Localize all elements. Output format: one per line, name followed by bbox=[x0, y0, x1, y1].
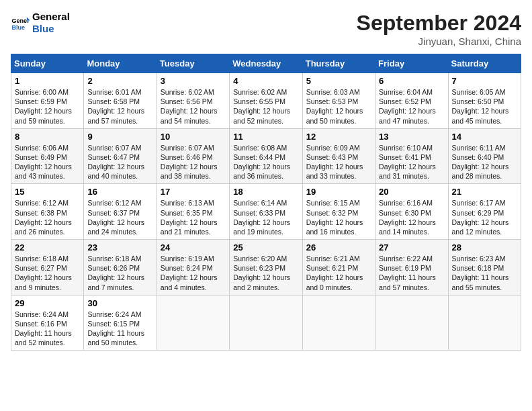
day-info: Sunrise: 6:07 AM Sunset: 6:47 PM Dayligh… bbox=[87, 143, 152, 181]
day-number: 28 bbox=[452, 242, 517, 253]
logo-icon: General Blue bbox=[11, 13, 30, 32]
day-info: Sunrise: 6:14 AM Sunset: 6:33 PM Dayligh… bbox=[233, 198, 298, 236]
day-info: Sunrise: 6:16 AM Sunset: 6:30 PM Dayligh… bbox=[379, 198, 444, 236]
calendar-day-cell: 12Sunrise: 6:09 AM Sunset: 6:43 PM Dayli… bbox=[302, 128, 375, 184]
calendar-day-cell: 6Sunrise: 6:04 AM Sunset: 6:52 PM Daylig… bbox=[375, 73, 448, 129]
day-info: Sunrise: 6:01 AM Sunset: 6:58 PM Dayligh… bbox=[87, 87, 152, 126]
day-number: 21 bbox=[452, 187, 517, 197]
calendar-day-cell: 24Sunrise: 6:19 AM Sunset: 6:24 PM Dayli… bbox=[157, 240, 229, 295]
day-number: 10 bbox=[161, 132, 226, 142]
calendar-day-cell: 1Sunrise: 6:00 AM Sunset: 6:59 PM Daylig… bbox=[11, 73, 84, 129]
day-info: Sunrise: 6:24 AM Sunset: 6:15 PM Dayligh… bbox=[87, 310, 152, 348]
calendar-day-cell: 3Sunrise: 6:02 AM Sunset: 6:56 PM Daylig… bbox=[157, 73, 229, 129]
calendar-day-cell bbox=[302, 295, 375, 351]
day-number: 26 bbox=[306, 242, 371, 253]
day-number: 30 bbox=[87, 298, 152, 308]
day-info: Sunrise: 6:20 AM Sunset: 6:23 PM Dayligh… bbox=[233, 254, 298, 292]
day-info: Sunrise: 6:09 AM Sunset: 6:43 PM Dayligh… bbox=[306, 143, 371, 181]
day-info: Sunrise: 6:11 AM Sunset: 6:40 PM Dayligh… bbox=[452, 143, 517, 181]
day-number: 27 bbox=[379, 242, 444, 253]
weekday-header-cell: Sunday bbox=[11, 54, 84, 73]
calendar-week-row: 29Sunrise: 6:24 AM Sunset: 6:16 PM Dayli… bbox=[11, 295, 521, 351]
day-info: Sunrise: 6:04 AM Sunset: 6:52 PM Dayligh… bbox=[379, 87, 444, 126]
calendar-table: SundayMondayTuesdayWednesdayThursdayFrid… bbox=[11, 54, 521, 351]
day-info: Sunrise: 6:05 AM Sunset: 6:50 PM Dayligh… bbox=[452, 87, 517, 126]
day-info: Sunrise: 6:07 AM Sunset: 6:46 PM Dayligh… bbox=[161, 143, 226, 181]
day-info: Sunrise: 6:24 AM Sunset: 6:16 PM Dayligh… bbox=[15, 310, 80, 348]
day-number: 5 bbox=[306, 76, 371, 86]
calendar-day-cell: 23Sunrise: 6:18 AM Sunset: 6:26 PM Dayli… bbox=[84, 240, 157, 295]
day-number: 1 bbox=[15, 76, 80, 86]
calendar-day-cell bbox=[448, 295, 521, 351]
calendar-day-cell: 30Sunrise: 6:24 AM Sunset: 6:15 PM Dayli… bbox=[84, 295, 157, 351]
month-title: September 2024 bbox=[357, 11, 521, 36]
calendar-day-cell: 8Sunrise: 6:06 AM Sunset: 6:49 PM Daylig… bbox=[11, 128, 84, 184]
day-number: 2 bbox=[87, 76, 152, 86]
day-number: 7 bbox=[452, 76, 517, 86]
location: Jinyuan, Shanxi, China bbox=[357, 36, 521, 47]
calendar-day-cell: 4Sunrise: 6:02 AM Sunset: 6:55 PM Daylig… bbox=[230, 73, 302, 129]
day-info: Sunrise: 6:12 AM Sunset: 6:37 PM Dayligh… bbox=[87, 198, 152, 236]
day-info: Sunrise: 6:13 AM Sunset: 6:35 PM Dayligh… bbox=[161, 198, 226, 236]
day-number: 11 bbox=[233, 132, 298, 142]
day-number: 22 bbox=[15, 242, 80, 253]
calendar-day-cell: 14Sunrise: 6:11 AM Sunset: 6:40 PM Dayli… bbox=[448, 128, 521, 184]
day-number: 13 bbox=[379, 132, 444, 142]
calendar-day-cell: 27Sunrise: 6:22 AM Sunset: 6:19 PM Dayli… bbox=[375, 240, 448, 295]
calendar-body: 1Sunrise: 6:00 AM Sunset: 6:59 PM Daylig… bbox=[11, 73, 521, 351]
calendar-day-cell: 15Sunrise: 6:12 AM Sunset: 6:38 PM Dayli… bbox=[11, 184, 84, 240]
day-number: 18 bbox=[233, 187, 298, 197]
calendar-week-row: 1Sunrise: 6:00 AM Sunset: 6:59 PM Daylig… bbox=[11, 73, 521, 129]
day-info: Sunrise: 6:18 AM Sunset: 6:27 PM Dayligh… bbox=[15, 254, 80, 292]
calendar-day-cell: 16Sunrise: 6:12 AM Sunset: 6:37 PM Dayli… bbox=[84, 184, 157, 240]
day-info: Sunrise: 6:00 AM Sunset: 6:59 PM Dayligh… bbox=[15, 87, 80, 126]
day-number: 23 bbox=[87, 242, 152, 253]
page-header: General Blue General Blue September 2024… bbox=[11, 11, 521, 47]
calendar-day-cell: 11Sunrise: 6:08 AM Sunset: 6:44 PM Dayli… bbox=[230, 128, 302, 184]
calendar-day-cell: 21Sunrise: 6:17 AM Sunset: 6:29 PM Dayli… bbox=[448, 184, 521, 240]
logo-text-general: General bbox=[32, 11, 70, 23]
day-info: Sunrise: 6:21 AM Sunset: 6:21 PM Dayligh… bbox=[306, 254, 371, 292]
title-block: September 2024 Jinyuan, Shanxi, China bbox=[357, 11, 521, 47]
calendar-day-cell: 20Sunrise: 6:16 AM Sunset: 6:30 PM Dayli… bbox=[375, 184, 448, 240]
day-number: 20 bbox=[379, 187, 444, 197]
calendar-day-cell bbox=[157, 295, 229, 351]
calendar-day-cell: 18Sunrise: 6:14 AM Sunset: 6:33 PM Dayli… bbox=[230, 184, 302, 240]
day-number: 4 bbox=[233, 76, 298, 86]
day-info: Sunrise: 6:10 AM Sunset: 6:41 PM Dayligh… bbox=[379, 143, 444, 181]
day-number: 29 bbox=[15, 298, 80, 308]
calendar-day-cell: 22Sunrise: 6:18 AM Sunset: 6:27 PM Dayli… bbox=[11, 240, 84, 295]
calendar-day-cell: 2Sunrise: 6:01 AM Sunset: 6:58 PM Daylig… bbox=[84, 73, 157, 129]
day-number: 8 bbox=[15, 132, 80, 142]
calendar-week-row: 8Sunrise: 6:06 AM Sunset: 6:49 PM Daylig… bbox=[11, 128, 521, 184]
day-number: 17 bbox=[161, 187, 226, 197]
calendar-day-cell: 26Sunrise: 6:21 AM Sunset: 6:21 PM Dayli… bbox=[302, 240, 375, 295]
weekday-header-cell: Thursday bbox=[302, 54, 375, 73]
calendar-day-cell: 19Sunrise: 6:15 AM Sunset: 6:32 PM Dayli… bbox=[302, 184, 375, 240]
day-info: Sunrise: 6:18 AM Sunset: 6:26 PM Dayligh… bbox=[87, 254, 152, 292]
calendar-day-cell: 17Sunrise: 6:13 AM Sunset: 6:35 PM Dayli… bbox=[157, 184, 229, 240]
logo-text-blue: Blue bbox=[32, 23, 70, 35]
calendar-day-cell: 10Sunrise: 6:07 AM Sunset: 6:46 PM Dayli… bbox=[157, 128, 229, 184]
calendar-day-cell bbox=[375, 295, 448, 351]
day-number: 3 bbox=[161, 76, 226, 86]
day-info: Sunrise: 6:15 AM Sunset: 6:32 PM Dayligh… bbox=[306, 198, 371, 236]
weekday-header-cell: Tuesday bbox=[157, 54, 229, 73]
day-number: 15 bbox=[15, 187, 80, 197]
calendar-week-row: 22Sunrise: 6:18 AM Sunset: 6:27 PM Dayli… bbox=[11, 240, 521, 295]
day-number: 16 bbox=[87, 187, 152, 197]
day-info: Sunrise: 6:03 AM Sunset: 6:53 PM Dayligh… bbox=[306, 87, 371, 126]
calendar-day-cell: 7Sunrise: 6:05 AM Sunset: 6:50 PM Daylig… bbox=[448, 73, 521, 129]
day-info: Sunrise: 6:08 AM Sunset: 6:44 PM Dayligh… bbox=[233, 143, 298, 181]
weekday-header-row: SundayMondayTuesdayWednesdayThursdayFrid… bbox=[11, 54, 521, 73]
day-info: Sunrise: 6:06 AM Sunset: 6:49 PM Dayligh… bbox=[15, 143, 80, 181]
day-number: 24 bbox=[161, 242, 226, 253]
calendar-day-cell: 13Sunrise: 6:10 AM Sunset: 6:41 PM Dayli… bbox=[375, 128, 448, 184]
day-number: 14 bbox=[452, 132, 517, 142]
weekday-header-cell: Friday bbox=[375, 54, 448, 73]
day-number: 19 bbox=[306, 187, 371, 197]
day-info: Sunrise: 6:12 AM Sunset: 6:38 PM Dayligh… bbox=[15, 198, 80, 236]
day-number: 6 bbox=[379, 76, 444, 86]
weekday-header-cell: Saturday bbox=[448, 54, 521, 73]
day-info: Sunrise: 6:02 AM Sunset: 6:55 PM Dayligh… bbox=[233, 87, 298, 126]
